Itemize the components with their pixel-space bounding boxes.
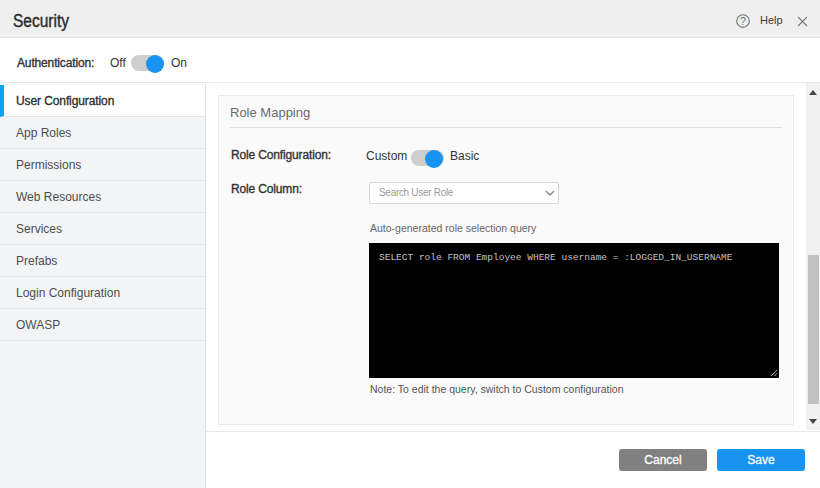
svg-text:?: ? <box>740 16 746 27</box>
